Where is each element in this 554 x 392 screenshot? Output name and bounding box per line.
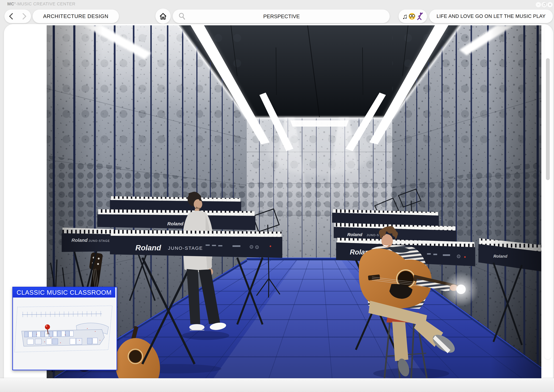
search-input[interactable] [173,9,390,23]
restore-button[interactable] [541,2,547,7]
restore-icon [543,4,546,6]
room-label-header: CLASSIC MUSIC CLASSROOM [13,287,115,298]
architecture-design-button[interactable]: ARCHITECTURE DESIGN [33,9,119,23]
search-bar[interactable] [173,9,390,23]
svg-text:Roland: Roland [347,232,362,237]
room-label: CLASSIC MUSIC CLASSROOM [17,289,112,296]
render-viewport[interactable]: Roland JUNO-STAGE Roland JUNO-STAGE Rola… [47,25,541,378]
player-bar: MC② MUSIC CREATIVE CENTER ศูนย์สร้างสรรค… [0,378,554,392]
dancer-icon [416,12,423,20]
room-minimap[interactable]: CLASSIC MUSIC CLASSROOM [12,287,117,370]
window-title: MC®-MUSIC CREATIVE CENTER [7,2,76,7]
architecture-design-label: ARCHITECTURE DESIGN [43,13,108,19]
trademark-icon: ® [14,2,16,4]
mood-emoji-badge[interactable]: ♫ [399,9,427,23]
now-playing-banner[interactable]: LIFE AND LOVE GO ON LET THE MUSIC PLAY [429,9,553,23]
vignette-right [490,25,541,378]
svg-text:JUNO-STAGE: JUNO-STAGE [168,245,203,251]
search-icon [178,12,186,21]
titlebar: MC®-MUSIC CREATIVE CENTER – ✕ [0,0,554,9]
svg-text:Roland: Roland [167,221,183,226]
scrollbar-thumb[interactable] [546,58,550,180]
window-title-rest: -MUSIC CREATIVE CENTER [16,2,76,6]
svg-text:Roland: Roland [135,244,161,252]
home-icon [159,12,167,20]
music-note-icon: ♫ [402,13,408,20]
nerd-face-icon [408,13,416,20]
now-playing-label: LIFE AND LOVE GO ON LET THE MUSIC PLAY [436,14,546,19]
close-button[interactable]: ✕ [547,2,553,7]
back-button[interactable] [9,13,16,20]
history-nav [4,9,31,23]
minimize-button[interactable]: – [536,2,541,7]
forward-button[interactable] [20,13,26,20]
classroom-render: Roland JUNO-STAGE Roland JUNO-STAGE Rola… [47,25,541,378]
window-title-brand: MC [7,2,14,6]
floorplan [13,298,115,368]
home-button[interactable] [155,8,171,24]
